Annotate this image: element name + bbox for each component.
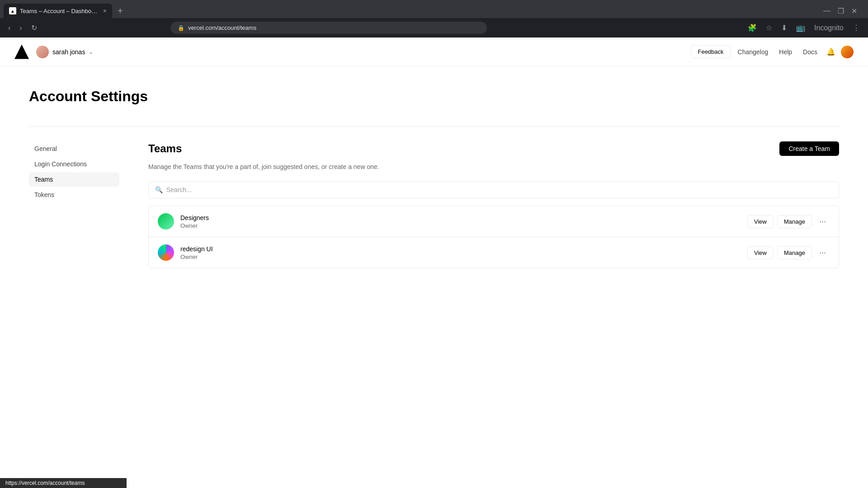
section-title: Teams	[148, 142, 182, 155]
top-nav: sarah jonas ⌄ Feedback Changelog Help Do…	[0, 38, 868, 66]
close-button[interactable]: ✕	[851, 7, 857, 15]
forward-button[interactable]: ›	[17, 22, 24, 34]
tab-close-button[interactable]: ×	[103, 7, 107, 14]
extensions-button[interactable]: 🧩	[745, 22, 760, 34]
bookmark-button[interactable]: ☆	[763, 22, 775, 34]
view-button-redesign[interactable]: View	[747, 246, 774, 259]
status-url: https://vercel.com/account/teams	[5, 480, 85, 485]
browser-toolbar: ‹ › ↻ 🔒 🧩 ☆ ⬇ 📺 Incognito ⋮	[0, 18, 868, 38]
team-info: redesign UI Owner	[180, 245, 747, 260]
page-title: Account Settings	[29, 88, 839, 105]
main-area: Teams Create a Team Manage the Teams tha…	[148, 141, 839, 268]
sidebar-item-teams[interactable]: Teams	[29, 172, 119, 187]
sidebar-item-tokens[interactable]: Tokens	[29, 188, 119, 202]
active-tab[interactable]: ▲ Teams – Account – Dashboard ×	[4, 4, 112, 18]
view-button-designers[interactable]: View	[747, 215, 774, 228]
notifications-button[interactable]: 🔔	[825, 46, 837, 58]
tab-favicon: ▲	[9, 7, 16, 14]
feedback-button[interactable]: Feedback	[691, 45, 730, 58]
tab-title: Teams – Account – Dashboard	[20, 8, 99, 14]
team-actions: View Manage ···	[747, 215, 830, 228]
search-input[interactable]	[166, 186, 832, 193]
address-bar[interactable]: 🔒	[170, 22, 487, 34]
manage-button-designers[interactable]: Manage	[777, 215, 812, 228]
back-button[interactable]: ‹	[5, 22, 13, 34]
status-bar: https://vercel.com/account/teams	[0, 478, 127, 485]
team-avatar-designers	[158, 213, 174, 230]
sidebar: General Login Connections Teams Tokens	[29, 141, 119, 268]
browser-tabs: ▲ Teams – Account – Dashboard × + — ❐ ✕	[0, 0, 868, 18]
cast-button[interactable]: 📺	[793, 22, 808, 34]
manage-button-redesign[interactable]: Manage	[777, 246, 812, 259]
page: sarah jonas ⌄ Feedback Changelog Help Do…	[0, 38, 868, 485]
minimize-button[interactable]: —	[823, 7, 830, 15]
section-description: Manage the Teams that you're a part of, …	[148, 163, 839, 170]
address-input[interactable]	[188, 24, 480, 31]
help-link[interactable]: Help	[775, 47, 796, 57]
vercel-logo[interactable]	[14, 45, 29, 59]
window-controls: — ❐ ✕	[816, 7, 864, 15]
divider	[29, 127, 839, 127]
incognito-label[interactable]: Incognito	[811, 22, 846, 34]
team-name: redesign UI	[180, 245, 747, 253]
download-button[interactable]: ⬇	[778, 22, 790, 34]
team-name: Designers	[180, 214, 747, 221]
nav-right: Feedback Changelog Help Docs 🔔	[691, 45, 854, 58]
teams-list: Designers Owner View Manage ···	[148, 206, 839, 268]
maximize-button[interactable]: ❐	[838, 7, 844, 15]
toolbar-right: 🧩 ☆ ⬇ 📺 Incognito ⋮	[745, 22, 863, 34]
chevron-down-icon: ⌄	[89, 49, 93, 55]
create-team-button[interactable]: Create a Team	[779, 141, 839, 156]
team-role: Owner	[180, 222, 747, 229]
team-row: Designers Owner View Manage ···	[149, 206, 839, 237]
search-icon: 🔍	[155, 186, 163, 193]
more-button-designers[interactable]: ···	[816, 215, 830, 228]
new-tab-button[interactable]: +	[114, 4, 127, 18]
more-tools-button[interactable]: ⋮	[850, 22, 863, 34]
docs-link[interactable]: Docs	[799, 47, 821, 57]
team-row: redesign UI Owner View Manage ···	[149, 237, 839, 268]
browser-chrome: ▲ Teams – Account – Dashboard × + — ❐ ✕ …	[0, 0, 868, 38]
user-section[interactable]: sarah jonas ⌄	[36, 46, 93, 58]
sidebar-item-general[interactable]: General	[29, 141, 119, 156]
section-header: Teams Create a Team	[148, 141, 839, 156]
team-role: Owner	[180, 253, 747, 260]
user-name: sarah jonas	[52, 48, 85, 56]
profile-avatar[interactable]	[841, 46, 854, 58]
user-avatar	[36, 46, 49, 58]
lock-icon: 🔒	[178, 25, 184, 31]
changelog-link[interactable]: Changelog	[734, 47, 772, 57]
sidebar-item-login-connections[interactable]: Login Connections	[29, 157, 119, 171]
team-actions: View Manage ···	[747, 246, 830, 259]
more-button-redesign[interactable]: ···	[816, 246, 830, 259]
content-layout: General Login Connections Teams Tokens T…	[29, 141, 839, 268]
team-avatar-redesign	[158, 244, 174, 261]
reload-button[interactable]: ↻	[28, 22, 40, 34]
team-info: Designers Owner	[180, 214, 747, 229]
main-content: Account Settings General Login Connectio…	[0, 66, 868, 290]
search-bar: 🔍	[148, 181, 839, 198]
